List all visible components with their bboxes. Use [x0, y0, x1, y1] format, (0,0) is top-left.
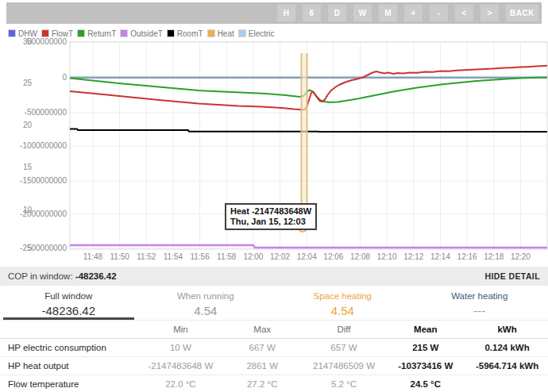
stats-header-kwh: kWh — [466, 325, 548, 334]
temperature-axis-tick-label: 10 — [23, 206, 33, 214]
stats-row-heat-max: 2861 W — [222, 361, 303, 371]
x-axis-tick-label: 12:08 — [350, 252, 370, 261]
x-axis-tick-label: 11:52 — [137, 252, 156, 261]
toolbar-button-pan-left[interactable]: < — [455, 5, 473, 21]
cop-bar: COP in window: -48236.42 HIDE DETAIL — [0, 267, 548, 286]
chart-area[interactable]: 11:4811:5011:5211:5411:5611:5812:0012:02… — [0, 35, 548, 267]
tooltip-time: Thu, Jan 15, 12:03 — [230, 217, 311, 227]
cop-label: COP in window: — [8, 271, 73, 281]
toolbar-button-h[interactable]: H — [277, 5, 295, 21]
tab-water-heating-label: Water heating — [411, 291, 548, 301]
toolbar-button-m[interactable]: M — [379, 5, 397, 21]
toolbar-button-zoom-out[interactable]: - — [430, 5, 448, 21]
stats-row-heat-mean: -10373416 W — [384, 361, 466, 371]
temperature-axis-tick-label: 30 — [23, 37, 33, 46]
tab-space-heating-label: Space heating — [274, 291, 411, 301]
tooltip-value: Heat -2147483648W — [230, 206, 311, 217]
stats-row-flow-temp-max: 27.2 °C — [222, 379, 303, 389]
tab-full-window[interactable]: Full window -48236.42 — [3, 287, 134, 320]
stats-header-row: Min Max Diff Mean kWh — [0, 321, 548, 339]
temperature-axis-tick-label: 25 — [23, 79, 33, 87]
stats-row-heat-min: -2147483648 W — [140, 361, 222, 371]
stats-row-flow-temp-min: 22.0 °C — [140, 379, 222, 389]
cop-summary-tabs: Full window -48236.42 When running 4.54 … — [0, 287, 548, 321]
stats-row-electric: HP electric consumption 10 W 667 W 657 W… — [0, 339, 548, 357]
power-axis-tick-label: -1000000000 — [20, 141, 67, 150]
stats-row-electric-min: 10 W — [140, 343, 222, 352]
toolbar-button-back[interactable]: BACK — [506, 5, 538, 21]
tab-when-running-label: When running — [137, 291, 275, 301]
x-axis-tick-label: 12:16 — [457, 252, 477, 261]
stats-row-electric-mean: 215 W — [384, 343, 466, 352]
series-flowt-line — [70, 66, 547, 110]
series-heat-spike-band — [303, 53, 307, 228]
temperature-axis-tick-label: 15 — [23, 163, 33, 171]
stats-row-electric-max: 667 W — [222, 343, 303, 352]
stats-row-flow-temp-mean: 24.5 °C — [384, 379, 466, 389]
x-axis-tick-label: 11:56 — [190, 252, 210, 261]
x-axis-tick-label: 12:10 — [377, 252, 397, 261]
tab-full-window-value: -48236.42 — [3, 304, 134, 317]
toolbar-button-w[interactable]: W — [353, 5, 372, 21]
series-outsidet-line — [70, 245, 547, 248]
x-axis-tick-label: 12:18 — [484, 252, 504, 261]
tab-full-window-label: Full window — [3, 291, 134, 301]
toolbar-button-d[interactable]: D — [328, 5, 346, 21]
x-axis-tick-label: 12:04 — [297, 252, 317, 261]
power-axis-tick-label: -500000000 — [25, 108, 68, 117]
stats-row-electric-kwh: 0.124 kWh — [466, 343, 548, 352]
hide-detail-button[interactable]: HIDE DETAIL — [484, 271, 540, 281]
toolbar-button-zoom-in[interactable]: + — [404, 5, 423, 21]
series-roomt-line — [70, 129, 547, 133]
stats-row-flow-temp-diff: 5.2 °C — [303, 379, 385, 389]
stats-header-diff: Diff — [303, 325, 385, 334]
x-axis-tick-label: 11:50 — [110, 252, 130, 261]
cop-value: -48236.42 — [75, 271, 117, 281]
toolbar: H6DWM+-<>BACK — [6, 2, 542, 24]
cop-in-window: COP in window: -48236.42 — [8, 271, 117, 281]
x-axis-tick-label: 12:06 — [323, 252, 343, 261]
tab-when-running-value: 4.54 — [137, 304, 275, 317]
x-axis-tick-label: 12:20 — [511, 252, 531, 261]
stats-header-mean: Mean — [384, 325, 466, 334]
stats-row-heat-kwh: -5964.714 kWh — [466, 361, 548, 371]
x-axis-tick-label: 12:14 — [430, 252, 450, 261]
temperature-axis-tick-label: 5 — [27, 244, 32, 252]
stats-header-min: Min — [140, 325, 222, 334]
toolbar-button-pan-right[interactable]: > — [480, 5, 499, 21]
temperature-axis-tick-label: 20 — [23, 121, 33, 129]
stats-row-heat-diff: 2147486509 W — [303, 361, 385, 371]
tab-water-heating-value: --- — [411, 304, 548, 317]
x-axis-tick-label: 12:02 — [270, 252, 290, 261]
power-axis-tick-label: 0 — [62, 73, 67, 82]
stats-table: Min Max Diff Mean kWh HP electric consum… — [0, 321, 548, 392]
x-axis-tick-label: 11:48 — [83, 252, 103, 261]
toolbar-button-6[interactable]: 6 — [303, 5, 321, 21]
tab-water-heating[interactable]: Water heating --- — [411, 287, 548, 320]
tab-space-heating-value: 4.54 — [274, 304, 411, 317]
x-axis-tick-label: 12:12 — [403, 252, 423, 261]
x-axis-tick-label: 12:00 — [243, 252, 263, 261]
stats-row-heat-label: HP heat output — [0, 361, 140, 371]
chart-canvas[interactable]: 11:4811:5011:5211:5411:5611:5812:0012:02… — [0, 35, 548, 267]
x-axis-tick-label: 11:58 — [217, 252, 237, 261]
stats-row-flow-temp: Flow temperature 22.0 °C 27.2 °C 5.2 °C … — [0, 375, 548, 392]
stats-row-flow-temp-label: Flow temperature — [0, 379, 140, 389]
tab-when-running[interactable]: When running 4.54 — [137, 287, 275, 320]
stats-row-electric-diff: 657 W — [303, 343, 385, 352]
stats-row-electric-label: HP electric consumption — [0, 343, 140, 352]
power-axis-tick-label: 500000000 — [27, 37, 67, 46]
power-axis-tick-label: -1500000000 — [20, 176, 67, 185]
x-axis-tick-label: 11:54 — [164, 252, 183, 261]
stats-header-max: Max — [222, 325, 303, 334]
stats-row-heat: HP heat output -2147483648 W 2861 W 2147… — [0, 357, 548, 375]
tab-space-heating[interactable]: Space heating 4.54 — [274, 287, 411, 320]
chart-tooltip: Heat -2147483648W Thu, Jan 15, 12:03 — [225, 203, 317, 230]
